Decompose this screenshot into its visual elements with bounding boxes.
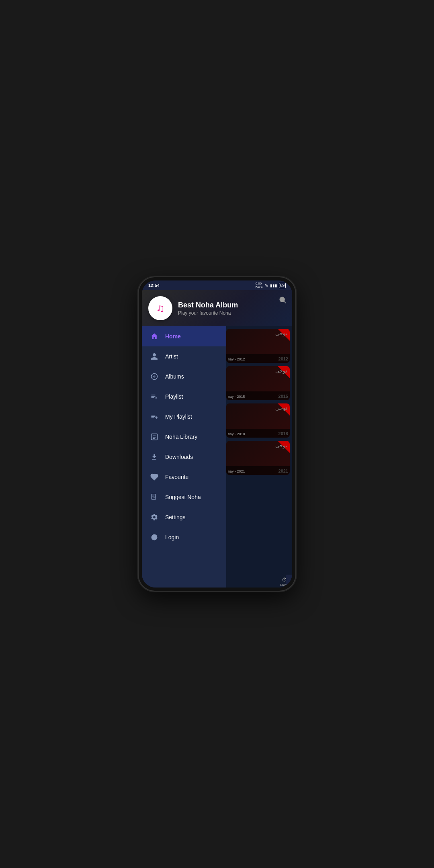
app-title: Best Noha Album <box>178 301 286 309</box>
album-info: nay - 2021 <box>226 466 290 475</box>
content-area: Home Artist <box>142 326 292 588</box>
album-caption: nay - 2018 <box>228 432 245 436</box>
favourite-label: Favourite <box>165 474 188 480</box>
album-caption: nay - 2012 <box>228 357 245 361</box>
album-card-2015[interactable]: نوحی 2015 nay - 2015 <box>226 366 290 400</box>
album-card-2021[interactable]: نوحی 2021 nay - 2021 <box>226 441 290 475</box>
sidebar-item-my-playlist[interactable]: My Playlist <box>142 407 226 427</box>
latest-button[interactable]: ⏱ Latest <box>280 577 289 587</box>
album-arabic: نوحی <box>275 330 287 336</box>
network-speed: 0.00KB/S <box>256 282 263 289</box>
album-card-2012[interactable]: نوحی 2012 nay - 2012 <box>226 329 290 363</box>
battery-icon: 69 <box>279 283 286 288</box>
album-arabic: نوحی <box>275 368 287 374</box>
sidebar-item-suggest-noha[interactable]: MP3 Suggest Noha <box>142 487 226 507</box>
my-playlist-icon <box>150 412 159 421</box>
latest-icon: ⏱ <box>282 577 287 583</box>
search-button[interactable] <box>278 296 287 306</box>
downloads-label: Downloads <box>165 454 193 460</box>
album-info: nay - 2018 <box>226 429 290 438</box>
status-icons: 0.00KB/S ∿ ▮▮▮ 69 <box>256 282 286 289</box>
home-label: Home <box>165 333 181 340</box>
login-icon <box>150 533 159 542</box>
svg-text:MP3: MP3 <box>152 495 156 497</box>
playlist-icon <box>150 392 159 401</box>
artist-label: Artist <box>165 353 178 360</box>
sidebar-item-favourite[interactable]: Favourite <box>142 467 226 487</box>
my-playlist-label: My Playlist <box>165 414 192 420</box>
home-icon <box>150 332 159 341</box>
library-icon <box>150 432 159 441</box>
bottom-bar: ⏱ Latest <box>286 575 292 588</box>
downloads-icon <box>150 452 159 461</box>
album-arabic: نوحی <box>275 405 287 411</box>
status-bar: 12:54 0.00KB/S ∿ ▮▮▮ 69 <box>142 280 292 290</box>
album-info: nay - 2012 <box>226 354 290 363</box>
noha-library-label: Noha Library <box>165 434 197 440</box>
album-card-2018[interactable]: نوحی 2018 nay - 2018 <box>226 403 290 438</box>
sidebar-item-home[interactable]: Home <box>142 326 226 346</box>
login-label: Login <box>165 534 179 540</box>
latest-label: Latest <box>280 583 289 587</box>
svg-line-1 <box>284 301 286 303</box>
albums-icon <box>150 372 159 381</box>
svg-point-4 <box>154 376 155 377</box>
phone-frame: 12:54 0.00KB/S ∿ ▮▮▮ 69 ♫ Best Noha Albu… <box>139 277 295 591</box>
album-caption: nay - 2015 <box>228 395 245 399</box>
svg-point-0 <box>280 297 285 302</box>
artist-icon <box>150 352 159 361</box>
app-header: ♫ Best Noha Album Play your favourite No… <box>142 290 292 326</box>
albums-label: Albums <box>165 373 184 380</box>
settings-icon <box>150 513 159 522</box>
sidebar-item-artist[interactable]: Artist <box>142 346 226 366</box>
album-info: nay - 2015 <box>226 391 290 400</box>
favourite-icon <box>150 473 159 481</box>
signal-icon: ▮▮▮ <box>270 283 277 288</box>
sidebar-item-albums[interactable]: Albums <box>142 366 226 387</box>
nav-drawer: Home Artist <box>142 326 226 588</box>
sidebar-item-playlist[interactable]: Playlist <box>142 387 226 407</box>
settings-label: Settings <box>165 514 186 520</box>
app-logo: ♫ <box>148 296 172 320</box>
playlist-label: Playlist <box>165 393 183 400</box>
sidebar-item-login[interactable]: Login <box>142 527 226 547</box>
header-text: Best Noha Album Play your favourite Noha <box>178 301 286 316</box>
suggest-icon: MP3 <box>150 493 159 502</box>
phone-screen: 12:54 0.00KB/S ∿ ▮▮▮ 69 ♫ Best Noha Albu… <box>142 280 292 588</box>
app-subtitle: Play your favourite Noha <box>178 310 286 316</box>
sidebar-item-noha-library[interactable]: Noha Library <box>142 427 226 447</box>
album-caption: nay - 2021 <box>228 469 245 473</box>
music-icon: ♫ <box>156 302 165 315</box>
sidebar-item-settings[interactable]: Settings <box>142 507 226 527</box>
wifi-icon: ∿ <box>264 283 268 288</box>
album-arabic: نوحی <box>275 442 287 448</box>
albums-panel: نوحی 2012 nay - 2012 نوحی 2015 na <box>226 326 292 588</box>
sidebar-item-downloads[interactable]: Downloads <box>142 447 226 467</box>
suggest-noha-label: Suggest Noha <box>165 494 201 500</box>
status-time: 12:54 <box>148 283 160 288</box>
